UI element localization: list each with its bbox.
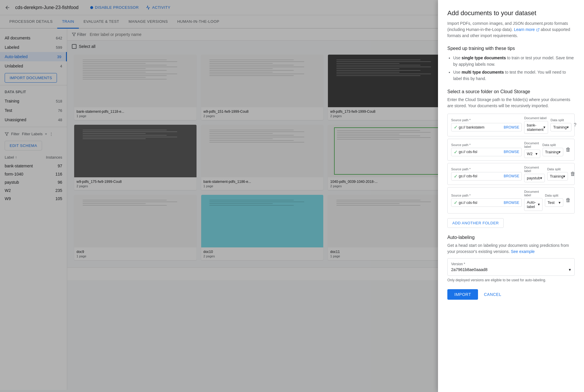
data-split-field-3: Data split Test ▾ [545,194,563,207]
delete-button-2[interactable]: 🗑 [570,171,576,177]
delete-button-1[interactable]: 🗑 [566,147,571,153]
tips-title: Speed up training with these tips [447,46,575,51]
source-path-field-2: Source path * ✓ BROWSE [451,167,522,181]
tip-1: Use single type documents to train or te… [453,55,575,68]
tip-2: Use multi type documents to test the mod… [453,69,575,82]
source-row-3: Source path * ✓ BROWSE Document label Au… [447,187,575,214]
browse-button-2[interactable]: BROWSE [504,174,519,178]
delete-button-3[interactable]: 🗑 [566,197,571,203]
doc-label-select-1[interactable]: W2 ▾ [524,150,540,158]
source-row-0: Source path * ✓ BROWSE Document label ba… [447,114,575,136]
data-split-label-3: Data split [545,194,563,197]
doc-label-field-0: Document label bank-statement ▾ [524,116,548,134]
source-path-input-1: ✓ BROWSE [451,148,522,156]
source-path-label-0: Source path * [451,118,522,122]
data-split-field-2: Data split Training ▾ [547,167,568,181]
browse-button-1[interactable]: BROWSE [504,150,519,154]
side-panel: Add documents to your dataset Import PDF… [438,0,584,390]
doc-label-field-3: Document label Auto-label ▾ [524,190,543,211]
panel-description: Import PDFs, common images, and JSON doc… [447,20,575,39]
source-section-desc: Enter the Cloud Storage path to the fold… [447,97,575,109]
import-button[interactable]: IMPORT [447,289,478,300]
check-icon-1: ✓ [454,149,458,155]
data-split-select-0[interactable]: Training ▾ [550,123,571,131]
tips-list: Use single type documents to train or te… [447,55,575,82]
source-row-2: Source path * ✓ BROWSE Document label pa… [447,163,575,185]
see-example-link[interactable]: See example [511,249,535,254]
auto-label-title: Auto-labeling [447,235,575,240]
doc-label-label-3: Document label [524,190,543,197]
source-path-field-0: Source path * ✓ BROWSE [451,118,522,131]
source-section-title: Select a source folder on Cloud Storage [447,89,575,94]
doc-label-field-1: Document label W2 ▾ [524,141,540,158]
source-path-text-3[interactable] [459,201,503,205]
source-path-text-0[interactable] [459,125,503,129]
check-icon-3: ✓ [454,200,458,205]
auto-label-section: Auto-labeling Get a head start on labeli… [447,235,575,282]
data-split-select-3[interactable]: Test ▾ [545,198,563,207]
version-label: Version * [451,262,571,266]
source-path-label-3: Source path * [451,194,522,197]
cancel-button[interactable]: CANCEL [482,289,504,300]
auto-label-desc: Get a head start on labeling your docume… [447,242,575,255]
data-split-label-2: Data split [547,167,568,171]
source-path-field-1: Source path * ✓ BROWSE [451,143,522,156]
data-split-select-1[interactable]: Training ▾ [543,148,563,156]
source-path-input-3: ✓ BROWSE [451,198,522,207]
help-button-0[interactable]: ? [574,122,576,128]
add-another-folder-button[interactable]: ADD ANOTHER FOLDER [447,218,504,228]
check-icon-2: ✓ [454,174,458,179]
data-split-label-0: Data split [550,118,571,122]
source-path-text-2[interactable] [459,174,503,178]
panel-actions: IMPORT CANCEL [447,289,575,300]
source-path-input-2: ✓ BROWSE [451,172,522,181]
source-path-label-1: Source path * [451,143,522,147]
doc-label-select-0[interactable]: bank-statement ▾ [524,121,548,134]
data-split-select-2[interactable]: Training ▾ [547,172,568,181]
doc-label-select-2[interactable]: paystub ▾ [524,174,545,182]
doc-label-label-1: Document label [524,141,540,148]
source-path-input-0: ✓ BROWSE [451,123,522,131]
doc-label-label-0: Document label [524,116,548,120]
source-path-field-3: Source path * ✓ BROWSE [451,194,522,207]
panel-title: Add documents to your dataset [447,9,575,17]
version-select[interactable]: 2a7961b8ae0aaad8 ▾ [451,267,571,272]
data-split-field-0: Data split Training ▾ [550,118,571,131]
tips-section: Speed up training with these tips Use si… [447,46,575,82]
version-field: Version * 2a7961b8ae0aaad8 ▾ [447,258,575,276]
check-icon-0: ✓ [454,124,458,130]
svg-line-2 [538,29,539,30]
browse-button-3[interactable]: BROWSE [504,201,519,205]
source-row-1: Source path * ✓ BROWSE Document label W2… [447,139,575,161]
data-split-field-1: Data split Training ▾ [543,143,563,156]
source-path-label-2: Source path * [451,167,522,171]
data-split-label-1: Data split [543,143,563,147]
source-path-text-1[interactable] [459,150,503,154]
doc-label-select-3[interactable]: Auto-label ▾ [524,198,543,211]
doc-label-field-2: Document label paystub ▾ [524,166,545,182]
learn-more-link[interactable]: Learn more [514,27,540,32]
browse-button-0[interactable]: BROWSE [504,125,519,129]
doc-label-label-2: Document label [524,166,545,173]
version-note: Only deployed versions are eligible to b… [447,278,575,282]
